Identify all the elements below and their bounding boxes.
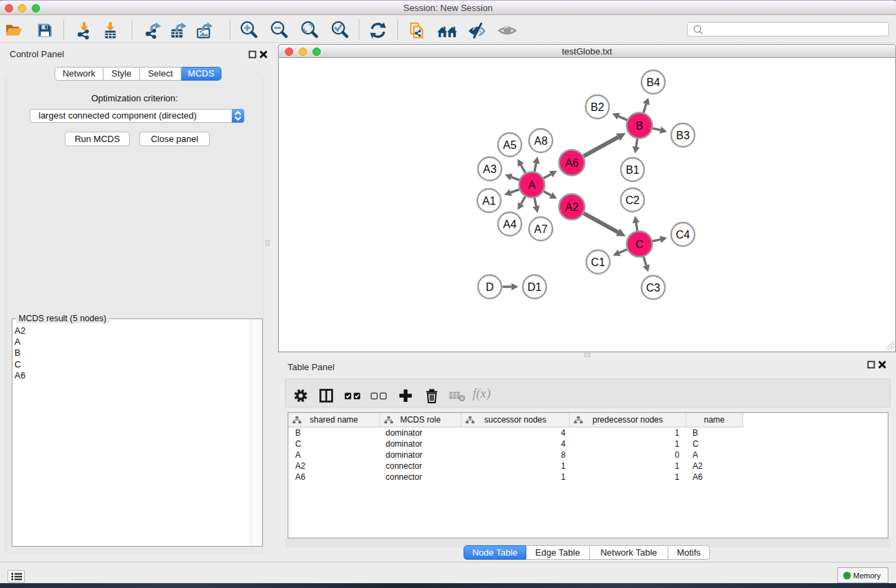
svg-text:A5: A5 — [503, 139, 517, 151]
svg-text:B2: B2 — [590, 101, 604, 113]
svg-text:A3: A3 — [483, 163, 497, 175]
svg-text:D: D — [486, 281, 494, 293]
svg-text:B4: B4 — [646, 77, 660, 88]
svg-text:D1: D1 — [528, 281, 542, 293]
svg-text:A4: A4 — [503, 219, 517, 230]
svg-text:B: B — [636, 120, 644, 132]
svg-text:C4: C4 — [676, 229, 690, 241]
svg-text:C: C — [635, 239, 644, 250]
svg-text:C3: C3 — [646, 282, 661, 294]
svg-text:A7: A7 — [534, 223, 548, 235]
svg-text:B1: B1 — [626, 164, 639, 176]
svg-text:C1: C1 — [591, 256, 606, 268]
svg-text:B3: B3 — [676, 130, 690, 141]
svg-text:A2: A2 — [565, 201, 579, 213]
svg-text:A1: A1 — [482, 195, 496, 207]
svg-text:C2: C2 — [626, 194, 640, 206]
svg-text:A6: A6 — [565, 157, 579, 169]
svg-text:A8: A8 — [534, 135, 548, 147]
svg-text:A: A — [528, 179, 536, 191]
